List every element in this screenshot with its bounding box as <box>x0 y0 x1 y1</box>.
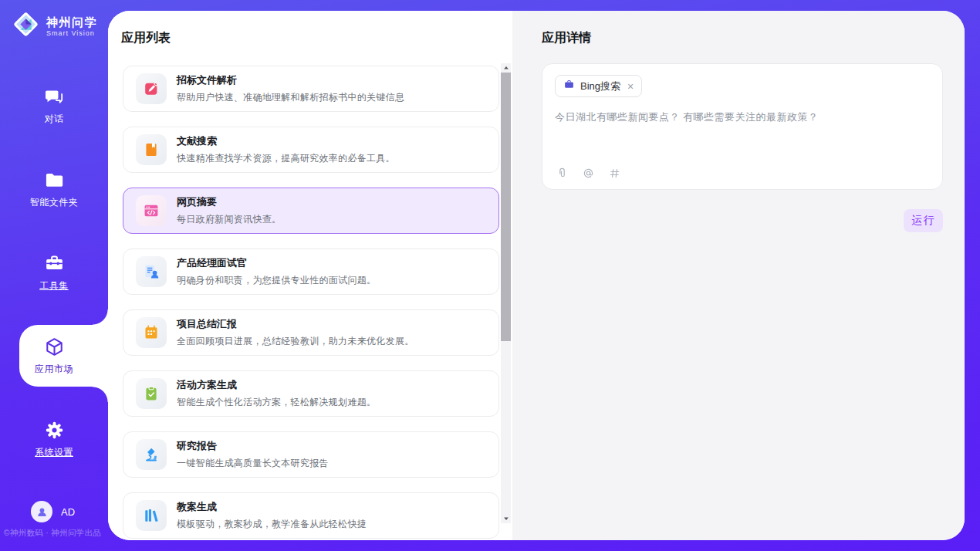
app-card-活动方案生成[interactable]: 活动方案生成智能生成个性化活动方案，轻松解决规划难题。 <box>123 370 499 417</box>
app-card-title: 活动方案生成 <box>177 378 376 392</box>
run-button[interactable]: 运行 <box>904 209 943 232</box>
app-card-title: 文献搜索 <box>177 134 395 148</box>
sidebar-item-智能文件夹[interactable]: 智能文件夹 <box>0 158 108 220</box>
app-card-description: 全面回顾项目进展，总结经验教训，助力未来优化发展。 <box>177 335 414 348</box>
app-card-title: 招标文件解析 <box>177 73 404 87</box>
scroll-up-button[interactable] <box>501 63 511 73</box>
sidebar-item-label: 系统设置 <box>35 446 73 459</box>
app-list: 招标文件解析帮助用户快速、准确地理解和解析招标书中的关键信息文献搜索快速精准查找… <box>123 66 499 539</box>
sidebar-item-系统设置[interactable]: 系统设置 <box>0 408 108 470</box>
notch-curve-bottom <box>93 387 108 402</box>
app-card-文献搜索[interactable]: 文献搜索快速精准查找学术资源，提高研究效率的必备工具。 <box>123 127 499 173</box>
sidebar: 神州问学 Smart Vision 对话智能文件夹工具集应用市场系统设置 AD … <box>0 0 108 551</box>
app-card-description: 每日政府新闻资讯快查。 <box>177 213 281 226</box>
app-card-产品经理面试官[interactable]: 产品经理面试官明确身份和职责，为您提供专业性的面试问题。 <box>123 248 499 295</box>
app-card-项目总结汇报[interactable]: 项目总结汇报全面回顾项目进展，总结经验教训，助力未来优化发展。 <box>123 309 499 356</box>
chat-icon <box>44 86 65 107</box>
diamond-icon <box>12 10 40 42</box>
brand-subtitle: Smart Vision <box>46 29 97 37</box>
sidebar-item-label: 对话 <box>45 113 64 126</box>
brand-logo: 神州问学 Smart Vision <box>12 10 97 42</box>
app-card-title: 研究报告 <box>177 439 329 453</box>
close-icon[interactable]: × <box>627 81 634 92</box>
gear-icon <box>44 420 65 441</box>
sidebar-item-label: 工具集 <box>39 279 69 292</box>
tool-chip-bing[interactable]: Bing搜索 × <box>555 75 642 97</box>
app-card-教案生成[interactable]: 教案生成模板驱动，教案秒成，教学准备从此轻松快捷 <box>123 492 499 539</box>
report-note-icon <box>136 317 167 348</box>
app-card-title: 项目总结汇报 <box>177 317 414 331</box>
copyright-text: ©神州数码 · 神州问学出品 <box>0 528 105 539</box>
app-card-description: 智能生成个性化活动方案，轻松解决规划难题。 <box>177 396 376 409</box>
prompt-toolbar <box>555 166 621 180</box>
avatar[interactable] <box>31 501 52 522</box>
content-area: 应用列表 招标文件解析帮助用户快速、准确地理解和解析招标书中的关键信息文献搜索快… <box>108 11 965 540</box>
app-detail-title: 应用详情 <box>542 30 591 46</box>
app-card-description: 一键智能生成高质量长文本研究报告 <box>177 457 329 470</box>
brand-name: 神州问学 <box>46 15 97 29</box>
hash-icon[interactable] <box>607 166 621 180</box>
app-root: { "brand": { "name": "神州问学", "subtitle":… <box>0 0 980 551</box>
sidebar-item-工具集[interactable]: 工具集 <box>0 242 108 303</box>
sidebar-item-对话[interactable]: 对话 <box>0 75 108 137</box>
books-icon <box>136 500 167 531</box>
folder-icon <box>44 170 65 191</box>
app-card-研究报告[interactable]: 研究报告一键智能生成高质量长文本研究报告 <box>123 431 499 478</box>
sidebar-item-label: 智能文件夹 <box>30 196 79 209</box>
sidebar-item-label: 应用市场 <box>35 363 73 376</box>
cube-icon <box>44 336 65 357</box>
prompt-input[interactable]: 今日湖北有哪些新闻要点？ 有哪些需要关注的最新政策？ <box>555 110 930 124</box>
briefcase-icon <box>44 253 65 274</box>
app-detail-panel: 应用详情 Bing搜索 × 今日湖北有哪些新闻要点？ 有哪些需要关注的最新政策？… <box>512 11 965 540</box>
app-card-网页摘要[interactable]: 网页摘要每日政府新闻资讯快查。 <box>123 188 499 234</box>
app-card-description: 模板驱动，教案秒成，教学准备从此轻松快捷 <box>177 518 367 531</box>
sidebar-item-应用市场[interactable]: 应用市场 <box>0 325 108 387</box>
user-account[interactable]: AD <box>31 501 75 522</box>
app-card-title: 网页摘要 <box>177 195 281 209</box>
sidebar-nav: 对话智能文件夹工具集应用市场系统设置 <box>0 75 108 470</box>
tool-chip-label: Bing搜索 <box>580 79 620 93</box>
app-card-title: 产品经理面试官 <box>177 256 376 270</box>
app-card-招标文件解析[interactable]: 招标文件解析帮助用户快速、准确地理解和解析招标书中的关键信息 <box>123 66 499 112</box>
app-list-title: 应用列表 <box>121 30 171 46</box>
edit-doc-icon <box>136 73 167 104</box>
prompt-card: Bing搜索 × 今日湖北有哪些新闻要点？ 有哪些需要关注的最新政策？ <box>542 63 943 190</box>
scroll-down-button[interactable] <box>501 514 511 523</box>
microscope-icon <box>136 439 167 470</box>
scrollbar[interactable] <box>501 63 511 523</box>
app-card-description: 明确身份和职责，为您提供专业性的面试问题。 <box>177 274 376 287</box>
at-icon[interactable] <box>581 166 595 180</box>
app-card-description: 快速精准查找学术资源，提高研究效率的必备工具。 <box>177 152 395 165</box>
briefcase-chip-icon <box>563 79 575 93</box>
notch-curve-top <box>93 309 108 325</box>
scrollbar-thumb[interactable] <box>501 73 511 341</box>
browser-code-icon <box>136 195 167 226</box>
user-initials: AD <box>61 506 75 518</box>
app-card-description: 帮助用户快速、准确地理解和解析招标书中的关键信息 <box>177 91 404 104</box>
paperclip-icon[interactable] <box>555 166 569 180</box>
app-list-panel: 应用列表 招标文件解析帮助用户快速、准确地理解和解析招标书中的关键信息文献搜索快… <box>108 11 512 540</box>
app-card-title: 教案生成 <box>177 500 367 514</box>
clipboard-check-icon <box>136 378 167 409</box>
interview-icon <box>136 256 167 287</box>
book-icon <box>136 134 167 165</box>
